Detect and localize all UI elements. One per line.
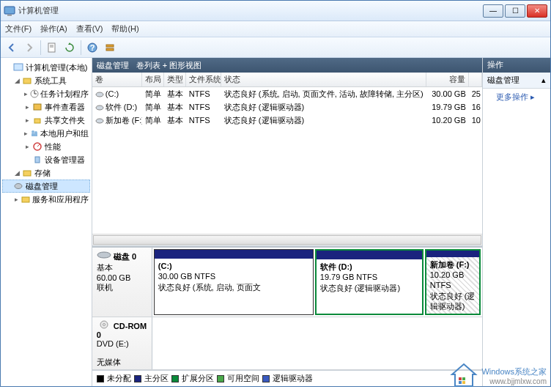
computer-management-window: 计算机管理 — ☐ ✕ 文件(F) 操作(A) 查看(V) 帮助(H) ? 计算… (0, 0, 551, 387)
svg-rect-10 (23, 78, 31, 84)
col-volume[interactable]: 卷 (92, 73, 142, 86)
disk-row[interactable]: 磁盘 0 基本 60.00 GB 联机 (C:) 30.00 GB NTFS 状… (92, 248, 482, 317)
maximize-button[interactable]: ☐ (505, 4, 525, 18)
volume-list-header[interactable]: 卷 布局 类型 文件系统 状态 容量 (92, 73, 482, 87)
svg-text:?: ? (90, 43, 95, 52)
svg-point-23 (15, 184, 22, 189)
tree-event-viewer[interactable]: ▸事件查看器 (2, 100, 90, 114)
col-layout[interactable]: 布局 (142, 73, 164, 86)
actions-header: 操作 (483, 58, 550, 73)
svg-point-27 (96, 119, 103, 123)
svg-rect-1 (7, 15, 12, 16)
app-icon (4, 5, 15, 17)
collapse-icon[interactable]: ▴ (541, 75, 546, 85)
close-button[interactable]: ✕ (527, 4, 547, 18)
col-type[interactable]: 类型 (164, 73, 186, 86)
col-capacity[interactable]: 容量 (426, 73, 469, 86)
tree-system-tools[interactable]: ◢系统工具 (2, 74, 90, 87)
settings-button[interactable] (102, 40, 118, 56)
volume-row[interactable]: (C:) 简单 基本 NTFS 状态良好 (系统, 启动, 页面文件, 活动, … (92, 87, 482, 100)
actions-more[interactable]: 更多操作 ▸ (483, 89, 550, 106)
svg-rect-15 (34, 119, 40, 123)
actions-section[interactable]: 磁盘管理▴ (483, 73, 550, 89)
center-header-title: 磁盘管理 (97, 60, 129, 71)
svg-rect-8 (106, 48, 114, 51)
menu-action[interactable]: 操作(A) (40, 23, 67, 34)
minimize-button[interactable]: — (483, 4, 503, 18)
titlebar[interactable]: 计算机管理 — ☐ ✕ (1, 1, 550, 21)
navigation-tree[interactable]: 计算机管理(本地) ◢系统工具 ▸任务计划程序 ▸事件查看器 ▸共享文件夹 ▸本… (1, 58, 92, 386)
col-status[interactable]: 状态 (221, 73, 426, 86)
center-pane: 磁盘管理 卷列表 + 图形视图 卷 布局 类型 文件系统 状态 容量 (C:) … (92, 58, 483, 386)
svg-point-26 (96, 106, 103, 110)
tree-storage[interactable]: ◢存储 (2, 166, 90, 180)
menubar: 文件(F) 操作(A) 查看(V) 帮助(H) (1, 21, 550, 37)
svg-rect-14 (34, 104, 41, 110)
volume-rows[interactable]: (C:) 简单 基本 NTFS 状态良好 (系统, 启动, 页面文件, 活动, … (92, 87, 482, 234)
horizontal-scrollbar[interactable] (92, 234, 482, 245)
svg-rect-7 (106, 45, 114, 47)
volume-row[interactable]: 软件 (D:) 简单 基本 NTFS 状态良好 (逻辑驱动器) 19.79 GB… (92, 100, 482, 114)
legend-free-sw (217, 375, 224, 382)
legend-unallocated-sw (97, 375, 104, 382)
toolbar: ? (1, 37, 550, 58)
svg-point-16 (32, 130, 34, 133)
tree-disk-management[interactable]: 磁盘管理 (2, 180, 90, 193)
nav-back-button[interactable] (4, 40, 20, 56)
svg-point-28 (97, 252, 111, 258)
tree-performance[interactable]: ▸性能 (2, 140, 90, 153)
partition-f[interactable]: 新加卷 (F:) 10.20 GB NTFS 状态良好 (逻辑驱动器) (425, 249, 481, 315)
svg-rect-21 (35, 157, 40, 163)
svg-point-30 (103, 324, 105, 326)
disk-map[interactable]: 磁盘 0 基本 60.00 GB 联机 (C:) 30.00 GB NTFS 状… (92, 246, 482, 370)
menu-file[interactable]: 文件(F) (5, 23, 32, 34)
legend-logical-sw (262, 375, 270, 382)
col-free[interactable] (469, 73, 482, 86)
disk-icon (97, 251, 111, 259)
center-header: 磁盘管理 卷列表 + 图形视图 (92, 58, 482, 73)
svg-rect-9 (14, 64, 23, 70)
tree-root[interactable]: 计算机管理(本地) (2, 61, 90, 74)
svg-point-25 (96, 92, 103, 97)
nav-forward-button[interactable] (21, 40, 37, 56)
refresh-button[interactable] (62, 40, 78, 56)
svg-rect-2 (48, 43, 55, 52)
tree-local-users[interactable]: ▸本地用户和组 (2, 127, 90, 140)
menu-help[interactable]: 帮助(H) (111, 23, 138, 34)
volume-list[interactable]: 卷 布局 类型 文件系统 状态 容量 (C:) 简单 基本 NTFS 状态良好 … (92, 73, 482, 246)
svg-rect-0 (4, 7, 15, 14)
help-button[interactable]: ? (84, 40, 100, 56)
svg-line-20 (37, 144, 40, 147)
disk-row[interactable]: CD-ROM 0 DVD (E:) 无媒体 (92, 317, 482, 370)
center-header-sublabel: 卷列表 + 图形视图 (136, 60, 202, 71)
disk-label[interactable]: 磁盘 0 基本 60.00 GB 联机 (92, 248, 152, 317)
legend-extended-sw (171, 375, 179, 382)
chevron-right-icon: ▸ (530, 92, 535, 101)
partition-c[interactable]: (C:) 30.00 GB NTFS 状态良好 (系统, 启动, 页面文 (154, 249, 314, 315)
svg-rect-18 (32, 133, 37, 136)
cdrom-label[interactable]: CD-ROM 0 DVD (E:) 无媒体 (92, 317, 152, 369)
tree-services-apps[interactable]: ▸服务和应用程序 (2, 193, 90, 206)
menu-view[interactable]: 查看(V) (76, 23, 103, 34)
cdrom-icon (97, 320, 111, 329)
window-title: 计算机管理 (18, 5, 483, 16)
volume-row[interactable]: 新加卷 (F:) 简单 基本 NTFS 状态良好 (逻辑驱动器) 10.20 G… (92, 114, 482, 127)
legend: 未分配 主分区 扩展分区 可用空间 逻辑驱动器 (92, 370, 482, 386)
properties-button[interactable] (44, 40, 60, 56)
partition-d[interactable]: 软件 (D:) 19.79 GB NTFS 状态良好 (逻辑驱动器) (315, 249, 424, 315)
legend-primary-sw (134, 375, 141, 382)
actions-pane: 操作 磁盘管理▴ 更多操作 ▸ (483, 58, 550, 386)
tree-shared-folders[interactable]: ▸共享文件夹 (2, 114, 90, 127)
svg-rect-22 (23, 171, 31, 176)
svg-rect-24 (22, 197, 29, 202)
tree-task-scheduler[interactable]: ▸任务计划程序 (2, 87, 90, 100)
col-filesystem[interactable]: 文件系统 (186, 73, 221, 86)
tree-device-manager[interactable]: 设备管理器 (2, 153, 90, 166)
